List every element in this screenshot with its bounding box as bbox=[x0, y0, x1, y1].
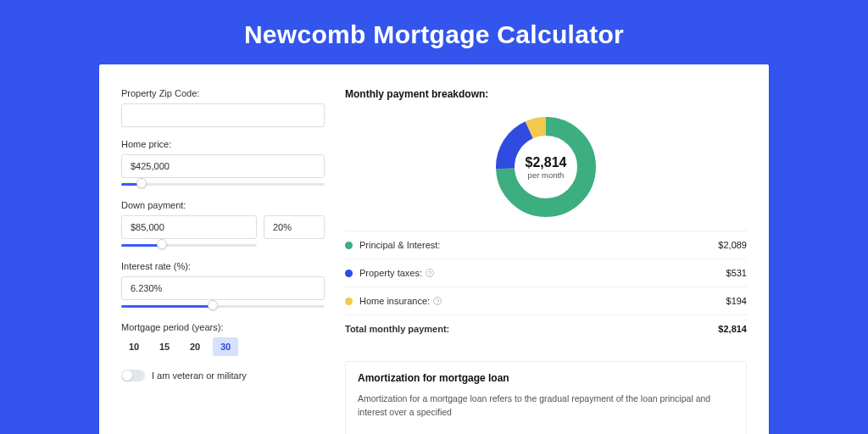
dot-icon bbox=[345, 270, 353, 277]
interest-rate-slider[interactable] bbox=[121, 303, 325, 310]
mortgage-period-field: Mortgage period (years): 10 15 20 30 bbox=[121, 322, 325, 356]
period-option-10[interactable]: 10 bbox=[121, 337, 147, 356]
veteran-label: I am veteran or military bbox=[152, 370, 247, 381]
interest-rate-slider-thumb[interactable] bbox=[208, 300, 218, 310]
info-icon[interactable]: ? bbox=[433, 297, 442, 305]
legend-row-total: Total monthly payment: $2,814 bbox=[345, 315, 747, 342]
interest-rate-input[interactable] bbox=[121, 276, 325, 300]
mortgage-period-options: 10 15 20 30 bbox=[121, 337, 325, 356]
donut-chart: $2,814 per month bbox=[494, 115, 598, 219]
page-title: Newcomb Mortgage Calculator bbox=[0, 0, 868, 64]
info-icon[interactable]: ? bbox=[426, 269, 434, 277]
home-price-label: Home price: bbox=[121, 139, 325, 149]
amortization-title: Amortization for mortgage loan bbox=[358, 372, 734, 384]
amortization-text: Amortization for a mortgage loan refers … bbox=[358, 392, 734, 420]
legend-row-home-insurance: Home insurance: ? $194 bbox=[345, 287, 747, 315]
interest-rate-field: Interest rate (%): bbox=[121, 261, 325, 310]
home-price-slider-thumb[interactable] bbox=[136, 178, 147, 188]
down-payment-label: Down payment: bbox=[121, 200, 325, 210]
dot-icon bbox=[345, 298, 353, 305]
breakdown-title: Monthly payment breakdown: bbox=[345, 88, 747, 100]
donut-center: $2,814 per month bbox=[494, 115, 598, 219]
donut-sublabel: per month bbox=[528, 170, 565, 180]
zip-input[interactable] bbox=[121, 103, 325, 127]
down-payment-percent-input[interactable] bbox=[264, 215, 325, 239]
veteran-toggle[interactable] bbox=[121, 370, 145, 381]
legend-label: Home insurance: ? bbox=[359, 296, 726, 306]
home-price-slider[interactable] bbox=[121, 181, 325, 188]
legend-label: Property taxes: ? bbox=[359, 268, 726, 278]
legend-label: Principal & Interest: bbox=[359, 240, 718, 250]
legend-total-value: $2,814 bbox=[718, 324, 747, 334]
veteran-row: I am veteran or military bbox=[121, 370, 325, 381]
legend-total-label: Total monthly payment: bbox=[345, 324, 718, 334]
down-payment-slider[interactable] bbox=[121, 242, 257, 249]
legend-value: $194 bbox=[726, 296, 747, 306]
dot-icon bbox=[345, 242, 353, 249]
donut-chart-wrap: $2,814 per month bbox=[345, 110, 747, 231]
down-payment-input[interactable] bbox=[121, 215, 257, 239]
zip-field: Property Zip Code: bbox=[121, 88, 325, 127]
mortgage-period-label: Mortgage period (years): bbox=[121, 322, 325, 332]
breakdown-legend: Principal & Interest: $2,089 Property ta… bbox=[345, 231, 747, 342]
legend-value: $2,089 bbox=[718, 240, 747, 250]
home-price-input[interactable] bbox=[121, 154, 325, 178]
down-payment-slider-thumb[interactable] bbox=[157, 239, 167, 249]
amortization-box: Amortization for mortgage loan Amortizat… bbox=[345, 361, 747, 434]
calculator-panel: Property Zip Code: Home price: Down paym… bbox=[99, 64, 769, 434]
home-price-field: Home price: bbox=[121, 139, 325, 188]
donut-amount: $2,814 bbox=[526, 155, 567, 170]
legend-row-principal-interest: Principal & Interest: $2,089 bbox=[345, 231, 747, 259]
period-option-20[interactable]: 20 bbox=[182, 337, 208, 356]
zip-label: Property Zip Code: bbox=[121, 88, 325, 98]
legend-value: $531 bbox=[726, 268, 747, 278]
period-option-15[interactable]: 15 bbox=[152, 337, 177, 356]
inputs-column: Property Zip Code: Home price: Down paym… bbox=[121, 88, 325, 434]
down-payment-field: Down payment: bbox=[121, 200, 325, 249]
legend-row-property-taxes: Property taxes: ? $531 bbox=[345, 259, 747, 287]
breakdown-column: Monthly payment breakdown: $2,814 per mo… bbox=[345, 88, 747, 434]
period-option-30[interactable]: 30 bbox=[213, 337, 238, 356]
interest-rate-label: Interest rate (%): bbox=[121, 261, 325, 271]
